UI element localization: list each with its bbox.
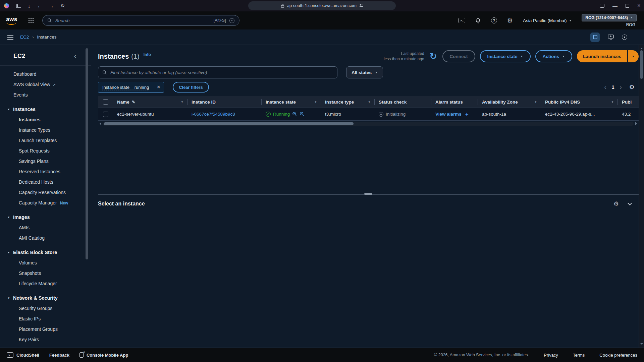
services-grid-icon[interactable] (28, 18, 34, 23)
sidebar-item-savings-plans[interactable]: Savings Plans (0, 156, 91, 167)
sort-icon[interactable]: ▼ (368, 101, 371, 104)
cloudshell-icon[interactable]: >_ (459, 18, 465, 23)
terms-link[interactable]: Terms (573, 353, 585, 358)
horizontal-scrollbar-track[interactable] (103, 122, 634, 126)
sidebar-item-lifecycle-manager[interactable]: Lifecycle Manager (0, 279, 91, 289)
cookie-preferences-link[interactable]: Cookie preferences (599, 353, 637, 358)
search-settings-icon[interactable] (229, 18, 234, 23)
permissions-icon[interactable] (359, 4, 363, 8)
refresh-icon[interactable]: ↻ (429, 52, 438, 61)
sidebar-item-key-pairs[interactable]: Key Pairs (0, 335, 91, 345)
info-link[interactable]: Info (144, 52, 151, 57)
edit-name-icon[interactable]: ✎ (132, 100, 136, 105)
back-icon[interactable]: ← (37, 3, 42, 9)
settings-gear-icon[interactable]: ⚙ (507, 17, 513, 24)
actions-button[interactable]: Actions ▼ (535, 50, 572, 62)
sidebar-section-instances[interactable]: ▼ Instances (0, 104, 91, 115)
close-icon[interactable]: × (637, 2, 641, 9)
launch-instances-button[interactable]: Launch instances (577, 50, 627, 62)
sidebar-item-instance-types[interactable]: Instance Types (0, 125, 91, 135)
sidebar-item-ami-catalog[interactable]: AMI Catalog (0, 233, 91, 243)
sort-icon[interactable]: ▼ (534, 101, 537, 104)
previous-page-icon[interactable]: ‹ (604, 83, 606, 91)
filter-token-label[interactable]: Instance state = running (98, 82, 153, 92)
sidebar-item-instances[interactable]: Instances (0, 115, 91, 125)
instance-search-input[interactable]: Find Instance by attribute or tag (case-… (98, 66, 337, 78)
next-page-icon[interactable]: › (620, 83, 622, 91)
session-info-icon[interactable] (622, 35, 627, 40)
horizontal-scrollbar-thumb[interactable] (104, 122, 354, 125)
connect-button[interactable]: Connect (442, 50, 475, 62)
menu-icon[interactable] (7, 35, 13, 40)
sidebar-item-launch-templates[interactable]: Launch Templates (0, 135, 91, 146)
row-checkbox[interactable] (103, 112, 108, 117)
column-header-public-dns[interactable]: Public IPv4 DNS ▼ (541, 96, 618, 108)
sidebar-item-spot-requests[interactable]: Spot Requests (0, 146, 91, 156)
add-alarm-icon[interactable]: + (465, 111, 469, 118)
tab-overview-icon[interactable] (600, 4, 604, 8)
current-page[interactable]: 1 (612, 84, 614, 90)
page-scrollbar[interactable] (639, 45, 644, 348)
sort-icon[interactable]: ▼ (611, 101, 614, 104)
column-header-instance-state[interactable]: Instance state ▼ (262, 96, 321, 108)
forward-icon[interactable]: → (49, 3, 54, 9)
column-header-alarm-status[interactable]: Alarm status (431, 96, 478, 108)
clear-filters-button[interactable]: Clear filters (173, 82, 209, 93)
amazon-q-icon[interactable] (590, 33, 600, 42)
remove-filter-icon[interactable]: × (153, 82, 164, 92)
horizontal-scrollbar[interactable] (98, 122, 639, 126)
scroll-left-icon[interactable] (98, 122, 101, 125)
sidebar-scrollbar-thumb[interactable] (86, 48, 88, 259)
zoom-in-icon[interactable] (292, 112, 297, 117)
global-search-input[interactable]: Search [Alt+S] (42, 15, 239, 26)
column-header-name[interactable]: Name ✎ ▼ (113, 96, 187, 108)
sidebar-item-capacity-reservations[interactable]: Capacity Reservations (0, 187, 91, 198)
account-menu-button[interactable]: ROG (1214-9007-6448) ▼ (582, 14, 637, 21)
panel-settings-icon[interactable]: ⚙ (613, 200, 619, 207)
column-header-public-ip[interactable]: Publ (618, 96, 639, 108)
select-all-checkbox[interactable] (103, 99, 108, 105)
privacy-link[interactable]: Privacy (544, 353, 558, 358)
sidebar-section-network-security[interactable]: ▼ Network & Security (0, 293, 91, 303)
instance-row[interactable]: ec2-server-ubuntu i-0667ce7f54589b9c8 ✓ … (98, 108, 639, 121)
all-states-dropdown[interactable]: All states ▼ (346, 66, 383, 78)
scroll-down-icon[interactable] (640, 343, 643, 346)
sidebar-item-dashboard[interactable]: Dashboard (0, 69, 91, 79)
sidebar-item-elastic-ips[interactable]: Elastic IPs (0, 314, 91, 324)
column-header-status-check[interactable]: Status check (375, 96, 431, 108)
sidebar-item-security-groups[interactable]: Security Groups (0, 303, 91, 314)
sidebar-collapse-icon[interactable]: ‹ (74, 53, 76, 60)
sidebar-toggle-icon[interactable] (16, 4, 21, 8)
page-scrollbar-thumb[interactable] (640, 50, 643, 79)
sidebar-item-dedicated-hosts[interactable]: Dedicated Hosts (0, 177, 91, 187)
panel-drag-handle[interactable] (364, 193, 372, 195)
sidebar-item-global-view[interactable]: AWS Global View↗ (0, 79, 91, 90)
column-header-instance-id[interactable]: Instance ID (187, 96, 262, 108)
sidebar-item-capacity-manager[interactable]: Capacity ManagerNew (0, 198, 91, 208)
sidebar-item-events[interactable]: Events (0, 90, 91, 100)
sidebar-section-images[interactable]: ▼ Images (0, 212, 91, 223)
breadcrumb-root[interactable]: EC2 (20, 35, 29, 40)
launch-instances-caret[interactable]: ▼ (627, 50, 639, 62)
sidebar-section-ebs[interactable]: ▼ Elastic Block Store (0, 247, 91, 258)
zoom-out-icon[interactable] (300, 112, 305, 117)
sidebar-item-amis[interactable]: AMIs (0, 223, 91, 233)
column-header-availability-zone[interactable]: Availability Zone ▼ (478, 96, 541, 108)
help-icon[interactable]: ? (491, 17, 497, 23)
browser-logo-icon[interactable] (4, 3, 9, 8)
sort-icon[interactable]: ▼ (314, 101, 317, 104)
notifications-bell-icon[interactable] (475, 18, 481, 23)
footer-cloudshell[interactable]: >_ CloudShell (7, 352, 39, 358)
sidebar-item-reserved-instances[interactable]: Reserved Instances (0, 167, 91, 177)
maximize-icon[interactable] (626, 4, 629, 8)
downloads-icon[interactable]: ↓ (28, 3, 31, 9)
scroll-up-icon[interactable] (640, 47, 643, 49)
region-selector[interactable]: Asia Pacific (Mumbai) ▼ (523, 18, 572, 23)
minimize-icon[interactable]: — (612, 3, 618, 9)
url-bar[interactable]: ap-south-1.console.aws.amazon.com (248, 1, 396, 10)
footer-feedback[interactable]: Feedback (49, 353, 69, 358)
footer-mobile-app[interactable]: Console Mobile App (79, 352, 128, 358)
view-alarms-link[interactable]: View alarms (435, 112, 462, 117)
sidebar-item-snapshots[interactable]: Snapshots (0, 268, 91, 279)
column-header-instance-type[interactable]: Instance type ▼ (321, 96, 375, 108)
